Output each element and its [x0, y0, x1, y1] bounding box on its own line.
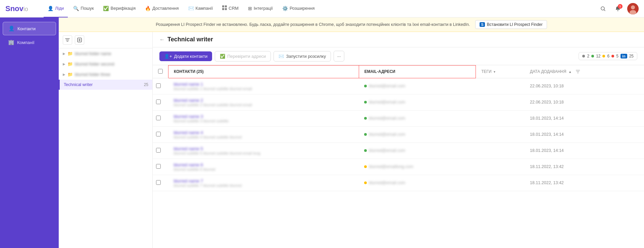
date-cell: 22.06.2023, 10:18 [525, 78, 644, 94]
nav-crm-label: CRM [229, 6, 239, 11]
selected-list-item[interactable]: Technical writer 25 [59, 80, 152, 90]
contact-subtitle: blurred subtitle 6 blurred [174, 167, 268, 171]
send-campaign-button[interactable]: ✉️ Запустити розсилку [274, 51, 331, 61]
select-all-checkbox[interactable] [158, 69, 163, 74]
contact-name[interactable]: blurred name 4 [174, 130, 354, 135]
contact-subtitle: blurred subtitle 7 blurred subtitle blur… [174, 183, 268, 188]
email-status-dot [364, 85, 367, 87]
table-row: blurred name 4 blurred subtitle 4 blurre… [153, 126, 644, 142]
add-contacts-icon: 👤+ [164, 54, 172, 59]
logo[interactable]: Snovio [5, 4, 36, 13]
notification-count: 5 [618, 4, 623, 9]
row-checkbox-cell [153, 142, 168, 159]
email-status-dot [364, 181, 367, 184]
contact-name[interactable]: blurred name 6 [174, 162, 354, 167]
search-button[interactable] [598, 3, 608, 14]
nav-verify[interactable]: ✅ Верифікація [99, 0, 140, 17]
tags-sort-icon: ▾ [494, 70, 495, 74]
campaigns-icon: ✉️ [188, 6, 194, 11]
contact-cell: blurred name 5 blurred subtitle 5 blurre… [168, 142, 359, 159]
email-status-dot [364, 165, 367, 168]
sidebar-contacts-label: Контакти [17, 26, 36, 31]
nav-verify-label: Верифікація [110, 6, 136, 11]
svg-line-5 [604, 9, 605, 11]
user-avatar[interactable] [627, 3, 639, 14]
row-checkbox-cell [153, 110, 168, 126]
date-cell: 18.11.2022, 13:42 [525, 175, 644, 191]
status-summary: 2 12 6 5 in 25 [579, 52, 637, 60]
nav-search[interactable]: 🔍 Пошук [69, 0, 98, 17]
table-row: blurred name 6 blurred subtitle 6 blurre… [153, 159, 644, 175]
row-checkbox[interactable] [156, 83, 161, 88]
install-btn-label: Встановити LI Prospect Finder [487, 22, 543, 27]
list-item[interactable]: ▶ 📁 blurred folder three [59, 69, 152, 80]
list-panel-toolbar [59, 32, 152, 48]
svg-rect-0 [222, 5, 224, 7]
date-column-header[interactable]: ДАТА ДОДАВАННЯ ▲ [525, 66, 644, 78]
more-options-button[interactable]: ··· [334, 51, 344, 61]
date-cell: 18.01.2023, 14:14 [525, 142, 644, 159]
nav-delivery[interactable]: 🔥 Доставлення [141, 0, 183, 17]
row-checkbox[interactable] [156, 116, 161, 120]
right-panel: ← Technical writer 👤+ Додати контакти ✅ … [153, 32, 644, 248]
contact-name[interactable]: blurred name 7 [174, 178, 354, 183]
table-header-row: КОНТАКТИ (25) EMAIL-АДРЕСИ ТЕГИ ▾ [153, 66, 644, 78]
contacts-table: КОНТАКТИ (25) EMAIL-АДРЕСИ ТЕГИ ▾ [153, 65, 644, 191]
add-contacts-label: Додати контакти [174, 54, 208, 59]
row-checkbox[interactable] [156, 99, 161, 104]
date-sort-icon: ▲ [568, 70, 572, 74]
sidebar-item-companies[interactable]: 🏢 Компанії [3, 36, 56, 49]
notifications-button[interactable]: 5 [612, 3, 623, 14]
verify-addresses-button[interactable]: ✅ Перевірити адреси [215, 51, 271, 61]
email-value: blurred@email.com [369, 100, 405, 105]
folder-icon: 📁 [67, 72, 73, 77]
contacts-icon: 👤 [8, 26, 15, 32]
contact-name[interactable]: blurred name 5 [174, 146, 354, 151]
contact-subtitle: blurred subtitle 1 blurred subtitle blur… [174, 87, 268, 91]
email-value: blurred@email.com [369, 180, 405, 185]
date-cell: 18.01.2023, 14:14 [525, 126, 644, 142]
status-count-red: 5 [616, 54, 618, 58]
contact-name[interactable]: blurred name 3 [174, 114, 354, 119]
sidebar: 👤 Контакти 🏢 Компанії [0, 17, 59, 248]
email-status-dot [364, 149, 367, 152]
tags-cell [476, 94, 525, 110]
list-item[interactable]: ▶ 📁 blurred folder second [59, 59, 152, 69]
filter-button[interactable] [63, 35, 72, 45]
row-checkbox[interactable] [156, 148, 161, 153]
contact-cell: blurred name 3 blurred subtitle 3 blurre… [168, 110, 359, 126]
add-contacts-button[interactable]: 👤+ Додати контакти [159, 51, 212, 61]
tags-cell [476, 110, 525, 126]
contact-name[interactable]: blurred name 2 [174, 98, 354, 103]
new-list-button[interactable] [75, 35, 84, 45]
nav-campaigns[interactable]: ✉️ Кампанії [184, 0, 217, 17]
status-count-linkedin: 25 [629, 54, 634, 58]
install-extension-button[interactable]: S Встановити LI Prospect Finder [475, 20, 547, 29]
chevron-right-icon: ▶ [63, 62, 65, 66]
contact-name[interactable]: blurred name 1 [174, 82, 354, 87]
row-checkbox[interactable] [156, 164, 161, 169]
nav-integrations[interactable]: ⊞ Інтеграції [244, 0, 277, 17]
contacts-col-label: КОНТАКТИ (25) [174, 69, 204, 74]
linkedin-badge: in [621, 54, 627, 58]
list-item[interactable]: ▶ 📁 blurred folder name [59, 48, 152, 59]
contact-subtitle: blurred subtitle 5 blurred subtitle blur… [174, 151, 268, 155]
email-cell: blurred@email.com [359, 126, 476, 142]
row-checkbox[interactable] [156, 132, 161, 136]
nav-leads[interactable]: 👤 Ліди [44, 0, 68, 17]
tags-column-header[interactable]: ТЕГИ ▾ [476, 66, 525, 78]
row-checkbox[interactable] [156, 180, 161, 185]
email-value: blurred@email.com [369, 132, 405, 137]
tags-col-label: ТЕГИ [481, 69, 491, 74]
contact-cell: blurred name 7 blurred subtitle 7 blurre… [168, 175, 359, 191]
nav-crm[interactable]: CRM [218, 0, 243, 17]
email-value: blurred@email.com [369, 116, 405, 121]
svg-rect-3 [225, 8, 227, 10]
back-button[interactable]: ← [159, 37, 165, 43]
companies-icon: 🏢 [8, 39, 14, 45]
logo-suffix: io [23, 6, 28, 12]
sidebar-item-contacts[interactable]: 👤 Контакти [3, 22, 56, 35]
svg-rect-1 [225, 5, 227, 7]
row-checkbox-cell [153, 94, 168, 110]
nav-extensions[interactable]: ⚙️ Розширення [278, 0, 319, 17]
